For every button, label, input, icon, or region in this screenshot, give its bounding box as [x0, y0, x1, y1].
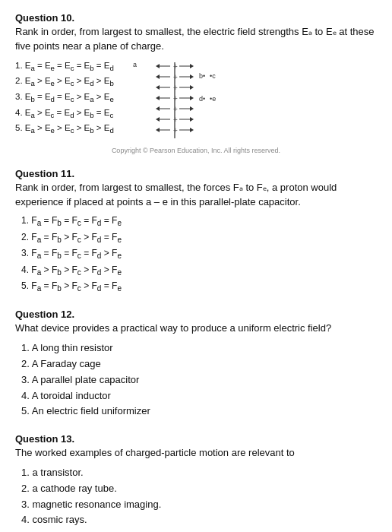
svg-marker-31 — [156, 106, 160, 111]
q12-text: What device provides a practical way to … — [15, 321, 377, 336]
question-11-block: Question 11. Rank in order, from largest… — [15, 168, 377, 296]
q13-text: The worked examples of charged-particle … — [15, 446, 377, 461]
q11-title: Question 11. — [15, 168, 377, 179]
q12-option-3: 3. A parallel plate capacitor — [21, 372, 377, 388]
svg-text:a: a — [133, 61, 137, 68]
q11-option-3: 3. Fa = Fb = Fc = Fd > Fe — [21, 246, 377, 262]
svg-marker-19 — [190, 117, 194, 122]
q13-option-4: 4. cosmic rays. — [21, 512, 377, 528]
q11-option-2: 2. Fa = Fb > Fc > Fd = Fe — [21, 230, 377, 246]
svg-text:d•: d• — [199, 95, 205, 103]
svg-marker-35 — [156, 128, 160, 132]
svg-text:•e: •e — [210, 95, 216, 103]
svg-text:+: + — [173, 94, 178, 103]
q12-options: 1. A long thin resistor 2. A Faraday cag… — [21, 340, 377, 420]
question-12-block: Question 12. What device provides a prac… — [15, 309, 377, 420]
svg-text:+: + — [173, 62, 178, 71]
q11-text: Rank in order, from largest to smallest,… — [15, 181, 377, 210]
svg-text:+: + — [173, 116, 178, 124]
svg-text:•c: •c — [210, 72, 216, 80]
q10-options: 1. Ea = Ee = Ec = Eb = Ed 2. Ea > Ee > E… — [15, 59, 114, 137]
q12-option-5: 5. An electric field uniformizer — [21, 404, 377, 420]
q12-option-4: 4. A toroidal inductor — [21, 388, 377, 404]
svg-text:+: + — [173, 126, 178, 135]
q12-title: Question 12. — [15, 309, 377, 320]
q10-option-2: 2. Ea > Ee > Ec > Ed > Eb — [15, 74, 114, 90]
q10-option-3: 3. Eb = Ed = Ec > Ea > Ee — [15, 90, 114, 106]
svg-marker-33 — [156, 117, 160, 122]
q11-option-5: 5. Fa = Fb > Fc > Fd = Fe — [21, 279, 377, 295]
svg-marker-13 — [190, 85, 194, 90]
svg-marker-15 — [190, 96, 194, 100]
svg-marker-11 — [190, 74, 194, 79]
q13-option-2: 2. a cathode ray tube. — [21, 481, 377, 497]
svg-text:+: + — [173, 84, 178, 92]
svg-marker-9 — [190, 64, 194, 68]
svg-marker-21 — [190, 128, 194, 132]
svg-text:+: + — [173, 105, 178, 113]
q11-option-4: 4. Fa > Fb > Fc > Fd > Fe — [21, 263, 377, 279]
q10-option-5: 5. Ea > Ee > Ec > Eb > Ed — [15, 121, 114, 137]
q10-copyright: Copyright © Pearson Education, Inc. All … — [15, 147, 377, 154]
q10-diagram-area: 1. Ea = Ee = Ec = Eb = Ed 2. Ea > Ee > E… — [15, 59, 377, 142]
q12-option-1: 1. A long thin resistor — [21, 340, 377, 356]
q13-option-3: 3. magnetic resonance imaging. — [21, 497, 377, 513]
q10-title: Question 10. — [15, 12, 377, 24]
svg-marker-27 — [156, 85, 160, 90]
svg-text:+: + — [173, 73, 178, 81]
q10-diagram: + + + + + + + — [122, 59, 228, 142]
q10-option-4: 4. Ea > Ec = Ed > Eb = Ec — [15, 106, 114, 122]
svg-marker-17 — [190, 106, 194, 111]
q13-title: Question 13. — [15, 433, 377, 445]
svg-marker-25 — [156, 74, 160, 79]
q11-option-1: 1. Fa = Fb = Fc = Fd = Fe — [21, 214, 377, 230]
svg-text:b•: b• — [199, 72, 205, 80]
question-10-block: Question 10. Rank in order, from largest… — [15, 12, 377, 154]
q13-options: 1. a transistor. 2. a cathode ray tube. … — [21, 465, 377, 532]
q10-text: Rank in order, from largest to smallest,… — [15, 25, 377, 54]
q12-option-2: 2. A Faraday cage — [21, 356, 377, 372]
q13-option-5: 5. lasers. — [21, 528, 377, 532]
question-13-block: Question 13. The worked examples of char… — [15, 433, 377, 532]
svg-marker-29 — [156, 96, 160, 100]
q11-options: 1. Fa = Fb = Fc = Fd = Fe 2. Fa = Fb > F… — [21, 214, 377, 295]
svg-marker-23 — [156, 64, 160, 68]
q10-option-1: 1. Ea = Ee = Ec = Eb = Ed — [15, 59, 114, 74]
q13-option-1: 1. a transistor. — [21, 465, 377, 481]
